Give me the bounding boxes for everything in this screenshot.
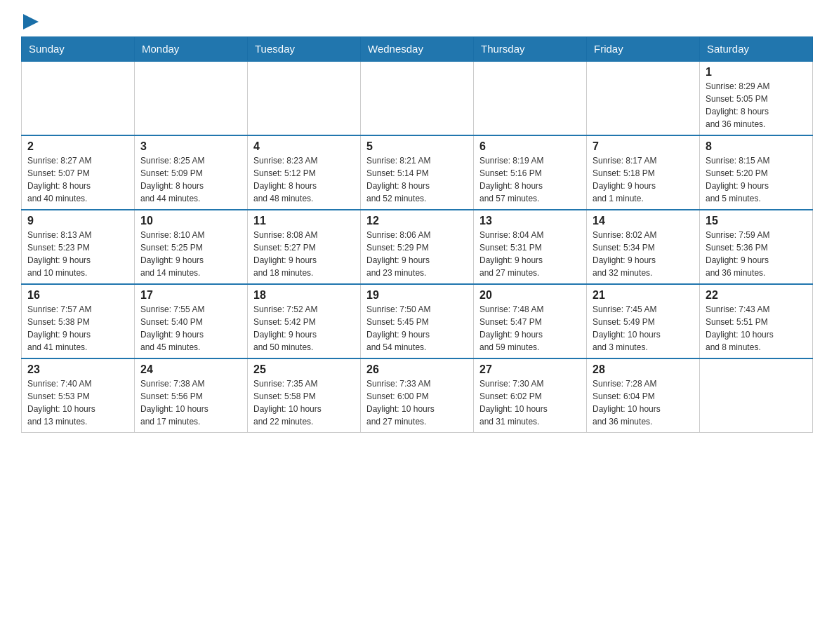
calendar-cell: 28Sunrise: 7:28 AMSunset: 6:04 PMDayligh… bbox=[587, 358, 700, 433]
calendar-cell: 3Sunrise: 8:25 AMSunset: 5:09 PMDaylight… bbox=[135, 135, 248, 210]
day-info: Sunrise: 7:30 AMSunset: 6:02 PMDaylight:… bbox=[479, 377, 581, 428]
calendar-header-tuesday: Tuesday bbox=[248, 37, 361, 62]
calendar-cell: 9Sunrise: 8:13 AMSunset: 5:23 PMDaylight… bbox=[22, 210, 135, 284]
day-info: Sunrise: 8:13 AMSunset: 5:23 PMDaylight:… bbox=[27, 229, 128, 279]
calendar-cell bbox=[700, 358, 813, 433]
calendar-header-wednesday: Wednesday bbox=[361, 37, 474, 62]
calendar-week-row: 1Sunrise: 8:29 AMSunset: 5:05 PMDaylight… bbox=[22, 61, 813, 135]
day-info: Sunrise: 8:08 AMSunset: 5:27 PMDaylight:… bbox=[253, 229, 355, 279]
calendar-cell: 8Sunrise: 8:15 AMSunset: 5:20 PMDaylight… bbox=[700, 135, 813, 210]
calendar-cell: 14Sunrise: 8:02 AMSunset: 5:34 PMDayligh… bbox=[587, 210, 700, 284]
calendar-cell: 20Sunrise: 7:48 AMSunset: 5:47 PMDayligh… bbox=[474, 284, 587, 358]
day-info: Sunrise: 7:57 AMSunset: 5:38 PMDaylight:… bbox=[27, 303, 128, 354]
day-number: 17 bbox=[140, 289, 241, 302]
calendar-cell: 17Sunrise: 7:55 AMSunset: 5:40 PMDayligh… bbox=[135, 284, 248, 358]
calendar-cell: 18Sunrise: 7:52 AMSunset: 5:42 PMDayligh… bbox=[248, 284, 361, 358]
day-number: 22 bbox=[706, 289, 807, 302]
day-number: 2 bbox=[27, 140, 128, 153]
day-info: Sunrise: 8:10 AMSunset: 5:25 PMDaylight:… bbox=[140, 229, 241, 279]
day-number: 7 bbox=[593, 140, 694, 153]
day-number: 13 bbox=[479, 215, 581, 227]
day-number: 26 bbox=[366, 363, 468, 376]
calendar-cell bbox=[474, 61, 587, 135]
day-info: Sunrise: 8:02 AMSunset: 5:34 PMDaylight:… bbox=[593, 229, 694, 279]
day-number: 5 bbox=[366, 140, 468, 153]
logo bbox=[21, 14, 39, 29]
day-info: Sunrise: 7:55 AMSunset: 5:40 PMDaylight:… bbox=[140, 303, 241, 354]
day-info: Sunrise: 8:19 AMSunset: 5:16 PMDaylight:… bbox=[479, 154, 581, 205]
day-info: Sunrise: 7:45 AMSunset: 5:49 PMDaylight:… bbox=[593, 303, 694, 354]
day-number: 11 bbox=[253, 215, 355, 227]
calendar-cell bbox=[22, 61, 135, 135]
calendar-cell: 13Sunrise: 8:04 AMSunset: 5:31 PMDayligh… bbox=[474, 210, 587, 284]
calendar-cell: 11Sunrise: 8:08 AMSunset: 5:27 PMDayligh… bbox=[248, 210, 361, 284]
calendar-cell: 22Sunrise: 7:43 AMSunset: 5:51 PMDayligh… bbox=[700, 284, 813, 358]
calendar-header-row: SundayMondayTuesdayWednesdayThursdayFrid… bbox=[22, 37, 813, 62]
calendar-cell: 4Sunrise: 8:23 AMSunset: 5:12 PMDaylight… bbox=[248, 135, 361, 210]
day-number: 15 bbox=[706, 215, 807, 227]
day-info: Sunrise: 7:50 AMSunset: 5:45 PMDaylight:… bbox=[366, 303, 468, 354]
calendar-cell: 26Sunrise: 7:33 AMSunset: 6:00 PMDayligh… bbox=[361, 358, 474, 433]
calendar-cell: 25Sunrise: 7:35 AMSunset: 5:58 PMDayligh… bbox=[248, 358, 361, 433]
logo-arrow-icon bbox=[23, 14, 39, 29]
calendar-week-row: 16Sunrise: 7:57 AMSunset: 5:38 PMDayligh… bbox=[22, 284, 813, 358]
calendar-cell: 24Sunrise: 7:38 AMSunset: 5:56 PMDayligh… bbox=[135, 358, 248, 433]
calendar-cell: 2Sunrise: 8:27 AMSunset: 5:07 PMDaylight… bbox=[22, 135, 135, 210]
day-number: 3 bbox=[140, 140, 241, 153]
day-info: Sunrise: 8:17 AMSunset: 5:18 PMDaylight:… bbox=[593, 154, 694, 205]
calendar-cell: 15Sunrise: 7:59 AMSunset: 5:36 PMDayligh… bbox=[700, 210, 813, 284]
day-info: Sunrise: 8:27 AMSunset: 5:07 PMDaylight:… bbox=[27, 154, 128, 205]
calendar-cell: 21Sunrise: 7:45 AMSunset: 5:49 PMDayligh… bbox=[587, 284, 700, 358]
logo-blue bbox=[21, 14, 39, 29]
day-info: Sunrise: 7:35 AMSunset: 5:58 PMDaylight:… bbox=[253, 377, 355, 428]
calendar-header-sunday: Sunday bbox=[22, 37, 135, 62]
day-number: 10 bbox=[140, 215, 241, 227]
calendar-cell bbox=[361, 61, 474, 135]
calendar-cell: 23Sunrise: 7:40 AMSunset: 5:53 PMDayligh… bbox=[22, 358, 135, 433]
day-number: 28 bbox=[593, 363, 694, 376]
day-number: 12 bbox=[366, 215, 468, 227]
day-number: 9 bbox=[27, 215, 128, 227]
calendar-week-row: 9Sunrise: 8:13 AMSunset: 5:23 PMDaylight… bbox=[22, 210, 813, 284]
svg-marker-0 bbox=[23, 14, 39, 29]
calendar-cell: 12Sunrise: 8:06 AMSunset: 5:29 PMDayligh… bbox=[361, 210, 474, 284]
day-info: Sunrise: 8:23 AMSunset: 5:12 PMDaylight:… bbox=[253, 154, 355, 205]
day-info: Sunrise: 7:28 AMSunset: 6:04 PMDaylight:… bbox=[593, 377, 694, 428]
day-info: Sunrise: 7:33 AMSunset: 6:00 PMDaylight:… bbox=[366, 377, 468, 428]
day-number: 8 bbox=[706, 140, 807, 153]
day-number: 4 bbox=[253, 140, 355, 153]
day-info: Sunrise: 7:43 AMSunset: 5:51 PMDaylight:… bbox=[706, 303, 807, 354]
day-info: Sunrise: 7:40 AMSunset: 5:53 PMDaylight:… bbox=[27, 377, 128, 428]
day-info: Sunrise: 8:25 AMSunset: 5:09 PMDaylight:… bbox=[140, 154, 241, 205]
day-number: 24 bbox=[140, 363, 241, 376]
day-number: 1 bbox=[706, 66, 807, 79]
day-number: 27 bbox=[479, 363, 581, 376]
calendar-week-row: 23Sunrise: 7:40 AMSunset: 5:53 PMDayligh… bbox=[22, 358, 813, 433]
calendar-cell: 5Sunrise: 8:21 AMSunset: 5:14 PMDaylight… bbox=[361, 135, 474, 210]
day-info: Sunrise: 7:52 AMSunset: 5:42 PMDaylight:… bbox=[253, 303, 355, 354]
day-number: 20 bbox=[479, 289, 581, 302]
day-info: Sunrise: 8:15 AMSunset: 5:20 PMDaylight:… bbox=[706, 154, 807, 205]
day-number: 18 bbox=[253, 289, 355, 302]
day-info: Sunrise: 8:04 AMSunset: 5:31 PMDaylight:… bbox=[479, 229, 581, 279]
day-number: 25 bbox=[253, 363, 355, 376]
calendar-header-thursday: Thursday bbox=[474, 37, 587, 62]
calendar-cell: 27Sunrise: 7:30 AMSunset: 6:02 PMDayligh… bbox=[474, 358, 587, 433]
calendar-cell: 16Sunrise: 7:57 AMSunset: 5:38 PMDayligh… bbox=[22, 284, 135, 358]
day-number: 6 bbox=[479, 140, 581, 153]
calendar-cell: 1Sunrise: 8:29 AMSunset: 5:05 PMDaylight… bbox=[700, 61, 813, 135]
day-info: Sunrise: 8:06 AMSunset: 5:29 PMDaylight:… bbox=[366, 229, 468, 279]
day-info: Sunrise: 8:29 AMSunset: 5:05 PMDaylight:… bbox=[706, 80, 807, 130]
calendar-header-monday: Monday bbox=[135, 37, 248, 62]
calendar-cell: 6Sunrise: 8:19 AMSunset: 5:16 PMDaylight… bbox=[474, 135, 587, 210]
day-number: 23 bbox=[27, 363, 128, 376]
day-info: Sunrise: 8:21 AMSunset: 5:14 PMDaylight:… bbox=[366, 154, 468, 205]
calendar-cell: 7Sunrise: 8:17 AMSunset: 5:18 PMDaylight… bbox=[587, 135, 700, 210]
day-info: Sunrise: 7:59 AMSunset: 5:36 PMDaylight:… bbox=[706, 229, 807, 279]
day-number: 21 bbox=[593, 289, 694, 302]
calendar-cell: 19Sunrise: 7:50 AMSunset: 5:45 PMDayligh… bbox=[361, 284, 474, 358]
day-info: Sunrise: 7:38 AMSunset: 5:56 PMDaylight:… bbox=[140, 377, 241, 428]
calendar-cell bbox=[248, 61, 361, 135]
calendar-week-row: 2Sunrise: 8:27 AMSunset: 5:07 PMDaylight… bbox=[22, 135, 813, 210]
calendar-cell bbox=[587, 61, 700, 135]
